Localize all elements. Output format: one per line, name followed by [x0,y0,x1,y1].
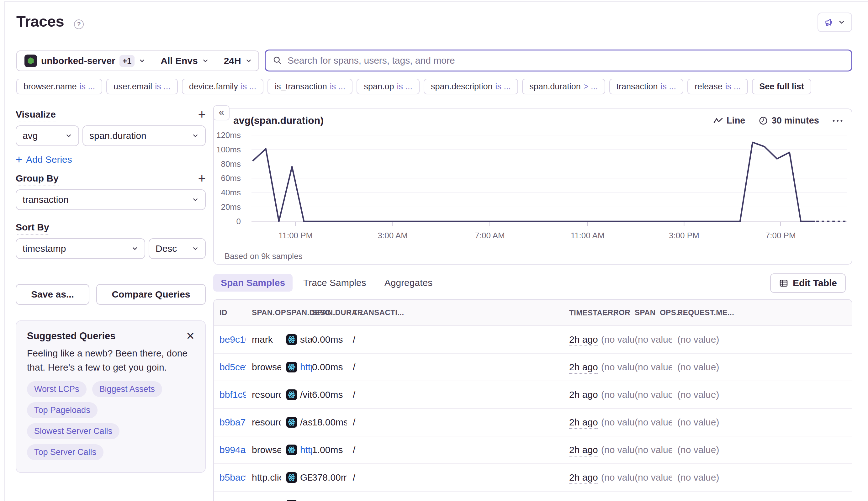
help-icon[interactable]: ? [74,19,84,29]
span-id-link[interactable]: bd5cef68 [220,362,246,372]
suggested-query-pill[interactable]: Slowest Server Calls [27,423,119,439]
timestamp-link[interactable]: 2h ago [569,500,598,501]
column-header-span_dur[interactable]: SPAN.DURA... [312,300,347,326]
filter-chip-span.description[interactable]: span.descriptionis ... [424,79,518,94]
span-id-cell: b9ba7345 [214,408,246,436]
timestamp-link[interactable]: 2h ago [569,472,598,484]
timestamp-link[interactable]: 2h ago [569,417,598,429]
span-description-link[interactable]: http://l... [300,445,312,455]
column-header-request_method[interactable]: REQUEST.ME... [672,300,852,326]
feedback-button[interactable] [817,12,852,32]
span-description-link[interactable]: http://l... [300,362,312,372]
span-id-link[interactable]: b5bac9fd [220,472,246,482]
x-axis-label: 11:00 AM [571,231,605,241]
compare-queries-button[interactable]: Compare Queries [96,284,206,305]
column-header-span_op[interactable]: SPAN.OP [246,300,280,326]
column-header-error[interactable]: ERROR [601,300,635,326]
span-description-cell: GET htt... [280,464,312,491]
tab-span-samples[interactable]: Span Samples [213,274,293,291]
filter-chip-browser.name[interactable]: browser.nameis ... [16,79,102,94]
tab-aggregates[interactable]: Aggregates [377,274,440,291]
span-id-link[interactable]: b9ba7345 [220,417,246,427]
time-range-selector[interactable]: 24H [216,51,260,71]
group-by-value: transaction [23,194,69,205]
span-op-cell: browser.load... [246,353,280,381]
filter-chip-span.op[interactable]: span.opis ... [357,79,420,94]
filter-chip-span.duration[interactable]: span.duration> ... [522,79,605,94]
y-axis-label: 40ms [221,188,241,198]
column-header-timestamp[interactable]: TIMESTA...↓ [563,300,601,326]
chart-type-button[interactable]: Line [713,115,745,126]
group-by-label: Group By [16,173,59,186]
sort-field-select[interactable]: timestamp [16,238,145,259]
span-description-cell: http://l... [280,436,312,464]
filter-chip-transaction[interactable]: transactionis ... [609,79,684,94]
add-visualize-button[interactable]: + [198,109,206,120]
project-more-count: +1 [119,55,135,67]
span-op-cell: browser.cache [246,436,280,464]
collapse-sidebar-button[interactable]: « [213,105,230,120]
chevron-down-icon [245,57,252,64]
environment-value: All Envs [160,55,198,66]
edit-table-button[interactable]: Edit Table [770,274,846,293]
search-input[interactable] [287,55,845,66]
filter-chip-is_transaction[interactable]: is_transactionis ... [267,79,352,94]
span-id-link[interactable]: be9c10ac [220,334,246,344]
column-header-id[interactable]: ID [214,300,246,326]
timestamp-cell: 2h ago [563,491,601,501]
chart-menu-button[interactable] [832,119,843,122]
suggested-query-pill[interactable]: Top Server Calls [27,444,104,460]
search-bar[interactable] [265,50,852,72]
timestamp-link[interactable]: 2h ago [569,362,598,374]
span-description-link[interactable]: https://... [300,500,312,501]
close-icon[interactable]: × [186,330,194,341]
add-series-button[interactable]: + Add Series [16,153,72,166]
suggested-query-pill[interactable]: Worst LCPs [27,381,86,397]
add-group-by-button[interactable]: + [198,173,206,184]
timestamp-link[interactable]: 2h ago [569,390,598,401]
react-icon [286,445,297,455]
aggregate-function-select[interactable]: avg [16,125,79,146]
see-full-list-chip[interactable]: See full list [752,79,811,94]
time-range-value: 24H [224,55,241,66]
see-full-list-label: See full list [759,82,804,92]
environment-selector[interactable]: All Envs [153,51,216,71]
chevron-down-icon [202,57,209,64]
suggested-query-pill[interactable]: Biggest Assets [92,381,162,397]
table-row: be9c10acmarkstart-in...0.00ms/2h ago(no … [214,326,852,353]
error-cell: (no value) [601,436,635,464]
span-id-link[interactable]: bbf1c904 [220,390,246,400]
save-as-button[interactable]: Save as... [16,284,89,305]
page-title: Traces [16,12,64,30]
filter-chip-operator: is ... [397,82,412,92]
x-axis-label: 7:00 AM [475,231,505,241]
span-ops-cell: (no value) [635,353,672,381]
traces-page: Traces ? unborked-server +1 All Envs [0,0,868,501]
chevron-down-icon [139,57,146,64]
filter-chip-release[interactable]: releaseis ... [687,79,748,94]
timestamp-link[interactable]: 2h ago [569,445,598,457]
column-header-span_ops[interactable]: SPAN_OPS.... [635,300,672,326]
span-id-link[interactable]: b994a827 [220,445,246,455]
y-axis-label: 60ms [221,173,241,183]
tab-trace-samples[interactable]: Trace Samples [296,274,374,291]
filter-chip-device.family[interactable]: device.familyis ... [182,79,264,94]
timestamp-link[interactable]: 2h ago [569,334,598,346]
project-selector[interactable]: unborked-server +1 [17,51,153,71]
chart-panel: avg(span.duration) Line 30 minutes 020ms… [213,108,852,265]
chevron-down-icon [192,132,199,139]
chart-interval-button[interactable]: 30 minutes [759,115,819,126]
aggregate-field-select[interactable]: span.duration [83,125,206,146]
sort-direction-select[interactable]: Desc [149,238,206,259]
timestamp-cell: 2h ago [563,326,601,353]
column-header-transaction[interactable]: TRANSACTI... [347,300,563,326]
group-by-select[interactable]: transaction [16,189,206,210]
span-id-link[interactable]: b41bfb26 [220,500,246,501]
error-cell: (no value) [601,326,635,353]
filter-chip-field: release [695,82,722,92]
sort-direction-value: Desc [156,243,177,254]
suggested-query-pill[interactable]: Top Pageloads [27,402,97,418]
span-op-cell: resource.link [246,408,280,436]
filter-chip-user.email[interactable]: user.emailis ... [106,79,178,94]
filter-chip-field: span.duration [529,82,581,92]
